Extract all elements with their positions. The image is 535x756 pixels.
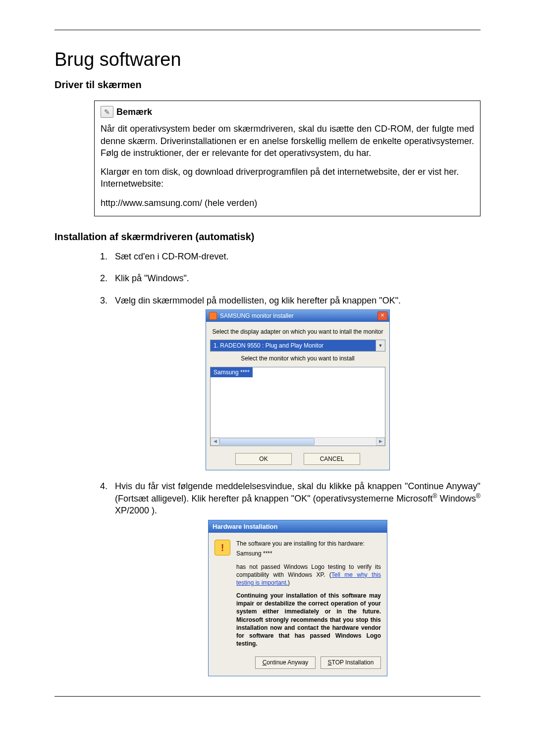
scroll-thumb[interactable] bbox=[219, 438, 315, 445]
installer-window: SAMSUNG monitor installer × Select the d… bbox=[206, 309, 390, 470]
note-paragraph-1: Når dit operativsystem beder om skærmdri… bbox=[101, 123, 474, 159]
scroll-right-icon[interactable]: ▶ bbox=[376, 438, 385, 446]
continue-anyway-button[interactable]: Continue Anyway bbox=[255, 656, 316, 668]
step-1: Sæt cd'en i CD-ROM-drevet. bbox=[110, 251, 481, 262]
hardware-body: ! The software you are installing for th… bbox=[209, 533, 387, 675]
step-4: Hvis du får vist følgende meddelelsesvin… bbox=[110, 480, 481, 676]
step-3: Vælg din skærmmodel på modellisten, og k… bbox=[110, 295, 481, 470]
note-label: Bemærk bbox=[116, 106, 152, 118]
step-4-text-a: Hvis du får vist følgende meddelelsesvin… bbox=[115, 481, 481, 504]
bottom-rule bbox=[54, 696, 481, 697]
installer-body: Select the display adapter on which you … bbox=[206, 322, 389, 470]
stop-installation-button[interactable]: STOP Installation bbox=[321, 656, 381, 668]
hardware-line3: has not passed Windows Logo testing to v… bbox=[236, 563, 381, 587]
hardware-dialog: Hardware Installation ! The software you… bbox=[208, 520, 387, 676]
steps-list: Sæt cd'en i CD-ROM-drevet. Klik på "Wind… bbox=[94, 251, 481, 676]
chevron-down-icon[interactable]: ▼ bbox=[376, 340, 385, 352]
installer-list-item[interactable]: Samsung **** bbox=[211, 367, 253, 377]
hardware-line1: The software you are installing for this… bbox=[236, 540, 381, 548]
installer-titlebar: SAMSUNG monitor installer × bbox=[206, 310, 389, 322]
section-driver-title: Driver til skærmen bbox=[54, 79, 481, 91]
note-header: ✎ Bemærk bbox=[101, 106, 474, 118]
installer-app-icon bbox=[209, 312, 217, 320]
note-link-label: Internetwebsite: bbox=[101, 178, 474, 190]
ok-button[interactable]: OK bbox=[235, 453, 292, 465]
step-4-text-b: Windows bbox=[437, 494, 476, 504]
installer-label-adapter: Select the display adapter on which you … bbox=[210, 328, 385, 336]
step-2: Klik på "Windows". bbox=[110, 272, 481, 284]
cancel-button[interactable]: CANCEL bbox=[304, 453, 360, 465]
installer-monitor-list[interactable]: Samsung **** ◀ ▶ bbox=[210, 367, 385, 446]
step-4-text-c: XP/2000 ). bbox=[115, 505, 157, 515]
note-paragraph-2: Klargør en tom disk, og download driverp… bbox=[101, 166, 474, 178]
continue-label-rest: ontinue Anyway bbox=[267, 659, 308, 666]
hardware-bold-warning: Continuing your installation of this sof… bbox=[236, 592, 381, 648]
close-icon[interactable]: × bbox=[377, 311, 387, 320]
installer-hscrollbar[interactable]: ◀ ▶ bbox=[211, 437, 385, 446]
hardware-text: The software you are installing for this… bbox=[236, 540, 381, 648]
scroll-track[interactable] bbox=[219, 438, 376, 446]
stop-label-rest: TOP Installation bbox=[332, 659, 374, 666]
note-url: http://www.samsung.com/ (hele verden) bbox=[101, 197, 474, 209]
top-rule bbox=[54, 30, 481, 30]
step-3-text: Vælg din skærmmodel på modellisten, og k… bbox=[115, 296, 401, 305]
hardware-line3b: ) bbox=[288, 579, 290, 586]
installer-title: SAMSUNG monitor installer bbox=[220, 312, 294, 320]
note-box: ✎ Bemærk Når dit operativsystem beder om… bbox=[94, 101, 481, 216]
installer-adapter-select[interactable]: 1. RADEON 9550 : Plug and Play Monitor bbox=[210, 340, 376, 352]
installer-label-monitor: Select the monitor which you want to ins… bbox=[210, 354, 385, 362]
section-auto-install-title: Installation af skærmdriveren (automatis… bbox=[54, 231, 481, 243]
warning-icon: ! bbox=[214, 540, 230, 555]
hardware-line2: Samsung **** bbox=[236, 550, 381, 557]
scroll-left-icon[interactable]: ◀ bbox=[211, 438, 219, 446]
reg-mark-2: ® bbox=[476, 493, 481, 500]
note-icon: ✎ bbox=[101, 106, 113, 118]
hardware-titlebar: Hardware Installation bbox=[209, 520, 387, 533]
page-title: Brug softwaren bbox=[54, 49, 481, 70]
